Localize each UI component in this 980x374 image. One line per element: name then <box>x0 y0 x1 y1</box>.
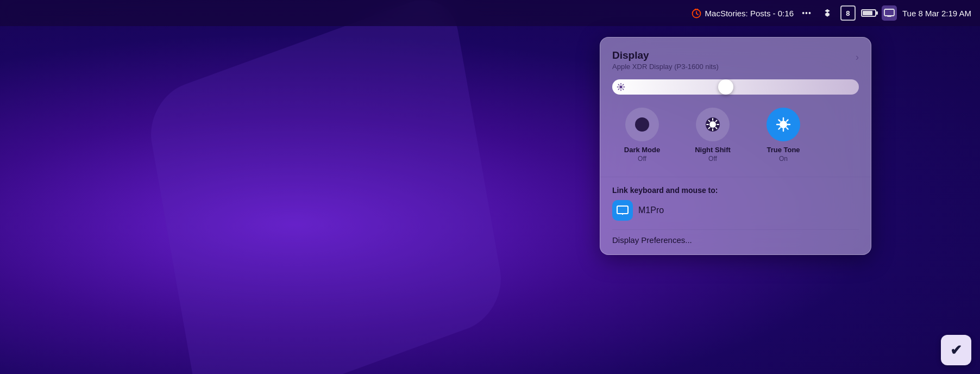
battery-indicator <box>861 9 876 17</box>
svg-line-30 <box>787 128 788 129</box>
battery-fill <box>863 11 872 15</box>
svg-point-13 <box>635 117 649 132</box>
display-panel: Display Apple XDR Display (P3-1600 nits)… <box>600 37 871 255</box>
toggle-buttons-row: Dark Mode Off Night Shift <box>612 108 859 163</box>
true-tone-icon <box>767 108 800 141</box>
svg-rect-1 <box>884 9 894 16</box>
dark-mode-sublabel: Off <box>638 155 646 163</box>
svg-line-10 <box>623 89 623 89</box>
calendar-icon[interactable]: 8 <box>840 5 856 21</box>
night-shift-button[interactable]: Night Shift Off <box>683 108 743 163</box>
svg-line-29 <box>778 120 780 121</box>
timer-icon <box>691 8 702 18</box>
svg-line-31 <box>787 120 788 121</box>
check-icon: ✔ <box>950 342 962 359</box>
link-keyboard-section: Link keyboard and mouse to: M1Pro <box>612 186 859 221</box>
check-button[interactable]: ✔ <box>941 335 971 365</box>
svg-point-24 <box>780 121 787 128</box>
dark-mode-button[interactable]: Dark Mode Off <box>612 108 672 163</box>
svg-point-4 <box>619 85 622 88</box>
svg-line-9 <box>618 84 619 85</box>
panel-header: Display Apple XDR Display (P3-1600 nits)… <box>612 49 859 71</box>
brightness-slider-wrap <box>612 79 859 95</box>
svg-rect-33 <box>617 206 628 214</box>
svg-line-12 <box>618 89 619 89</box>
battery-icon <box>861 9 876 17</box>
night-shift-label: Night Shift <box>695 146 731 154</box>
svg-line-32 <box>778 128 780 129</box>
brightness-thumb[interactable] <box>718 79 733 95</box>
true-tone-label: True Tone <box>767 146 800 154</box>
night-shift-icon <box>696 108 730 141</box>
menubar-app-title[interactable]: MacStories: Posts - 0:16 <box>691 8 794 18</box>
device-icon <box>612 200 633 221</box>
panel-header-text: Display Apple XDR Display (P3-1600 nits) <box>612 49 719 71</box>
link-section-label: Link keyboard and mouse to: <box>612 186 859 195</box>
svg-point-15 <box>709 121 716 128</box>
panel-divider <box>600 177 871 177</box>
panel-title: Display <box>612 49 719 61</box>
menubar-datetime[interactable]: Tue 8 Mar 2:19 AM <box>902 9 971 18</box>
brightness-track[interactable] <box>612 79 859 95</box>
true-tone-sublabel: On <box>779 155 788 163</box>
link-device-item[interactable]: M1Pro <box>612 200 859 221</box>
night-shift-sublabel: Off <box>708 155 717 163</box>
display-preferences-section: Display Preferences... <box>612 229 859 245</box>
dark-mode-label: Dark Mode <box>624 146 660 154</box>
display-menu-icon[interactable] <box>882 5 897 21</box>
panel-subtitle: Apple XDR Display (P3-1600 nits) <box>612 63 719 71</box>
device-name: M1Pro <box>638 205 664 215</box>
ellipsis-icon[interactable]: ••• <box>799 5 814 21</box>
svg-line-11 <box>623 84 623 85</box>
panel-chevron[interactable]: › <box>856 52 859 63</box>
true-tone-button[interactable]: True Tone On <box>753 108 813 163</box>
brightness-sun-icon <box>617 83 625 91</box>
menubar: MacStories: Posts - 0:16 ••• 8 <box>0 0 980 26</box>
dark-mode-icon <box>625 108 659 141</box>
dropbox-icon[interactable] <box>820 5 835 21</box>
display-preferences-link[interactable]: Display Preferences... <box>612 235 859 245</box>
